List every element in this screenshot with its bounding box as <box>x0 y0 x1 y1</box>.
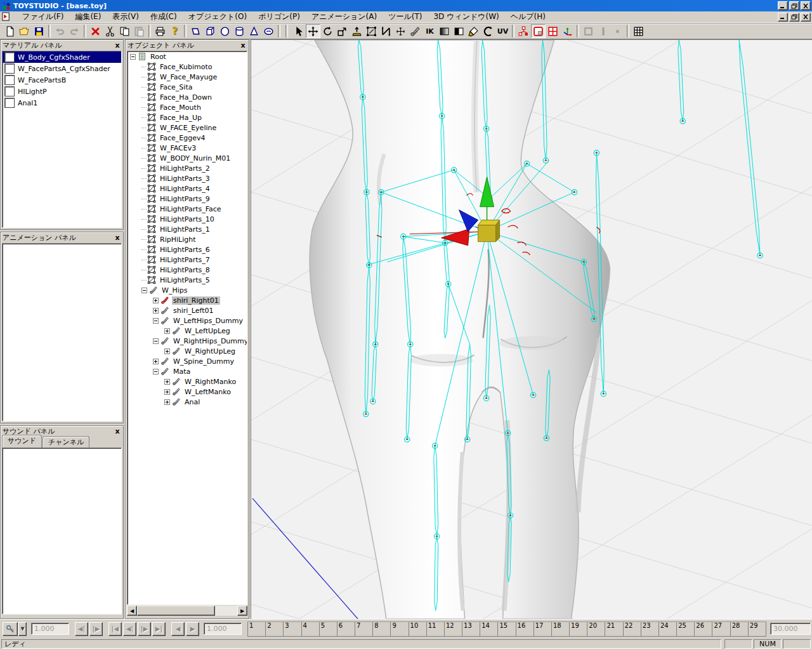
menu-item[interactable]: アニメーション(A) <box>306 10 383 23</box>
tree-item-label[interactable]: W_Spine_Dummy <box>172 357 235 366</box>
material-item[interactable]: W_Body_CgfxShader <box>3 51 121 63</box>
frame-cell[interactable]: 3 <box>284 622 301 636</box>
tree-row[interactable]: HiLightParts_9 <box>128 194 247 204</box>
box-display-button[interactable] <box>531 24 546 38</box>
frame-cell[interactable]: 9 <box>391 622 409 636</box>
tree-row[interactable]: W_FACEv3 <box>128 143 247 153</box>
frame-cell[interactable]: 14 <box>480 622 498 636</box>
tree-item-label[interactable]: shiri_Left01 <box>172 307 215 315</box>
scrollbar-track[interactable] <box>137 606 237 616</box>
tree-item-label[interactable]: Root <box>149 53 167 61</box>
sound-panel-body[interactable] <box>2 448 122 614</box>
tree-item-label[interactable]: Face_Kubimoto <box>159 63 214 71</box>
tree-row[interactable]: Face_Kubimoto <box>128 62 247 72</box>
new-file-button[interactable] <box>3 24 17 38</box>
material-item[interactable]: W_FacePartsB <box>3 74 121 86</box>
mirror-tool-button[interactable] <box>481 24 495 38</box>
copy-button[interactable] <box>117 24 132 38</box>
tree-row[interactable]: HiLightParts_3 <box>128 173 247 183</box>
collapse-icon[interactable] <box>153 369 159 375</box>
expand-icon[interactable] <box>153 298 159 303</box>
menu-item[interactable]: ファイル(F) <box>16 10 69 23</box>
frame-cell[interactable]: 22 <box>624 622 641 636</box>
tree-item-label[interactable]: HiLightParts_3 <box>159 175 211 183</box>
edge-tool-button[interactable] <box>379 24 393 38</box>
frame-cell[interactable]: 24 <box>659 622 677 636</box>
end-frame-field[interactable]: 30.000 <box>770 623 811 635</box>
tree-row[interactable]: W_RightManko <box>128 376 247 387</box>
primitive-plane-button[interactable] <box>188 24 203 38</box>
tree-row[interactable]: Face_Ha_Down <box>128 92 247 102</box>
primitive-cube-button[interactable] <box>203 24 218 38</box>
tree-row[interactable]: HiLightParts_8 <box>128 265 247 275</box>
tree-item-label[interactable]: Face_Ha_Down <box>159 93 213 102</box>
object-panel-close-button[interactable]: x <box>239 41 247 50</box>
primitive-sphere-button[interactable] <box>218 24 232 38</box>
expand-icon[interactable] <box>164 328 170 334</box>
primitive-cone-button[interactable] <box>247 24 261 38</box>
frame-cell[interactable]: 5 <box>320 622 337 636</box>
tree-item-label[interactable]: W_LeftManko <box>183 388 232 396</box>
material-visibility-checkbox[interactable] <box>5 87 14 96</box>
print-button[interactable] <box>153 24 167 38</box>
frame-cell[interactable]: 28 <box>731 622 749 636</box>
tree-item-label[interactable]: HiLightParts_9 <box>159 195 211 203</box>
minimize-button[interactable] <box>778 1 788 10</box>
material-item[interactable]: W_FacePartsA_CgfxShader <box>3 63 121 74</box>
mask-tool-button[interactable] <box>452 24 466 38</box>
tree-row[interactable]: W_RightHips_Dummy <box>128 336 247 346</box>
grid-display-button[interactable] <box>546 24 560 38</box>
tree-item-label[interactable]: HiLightParts_1 <box>159 225 211 234</box>
frame-cell[interactable]: 12 <box>445 622 462 636</box>
tree-row[interactable]: HiLightParts_Face <box>128 204 247 214</box>
material-visibility-checkbox[interactable] <box>5 98 14 107</box>
tree-item-label[interactable]: Anal <box>183 398 201 406</box>
tree-item-label[interactable]: HiLightParts_2 <box>159 164 211 173</box>
move-tool-button[interactable] <box>306 24 320 38</box>
tree-row[interactable]: Mata <box>128 366 247 376</box>
tree-row[interactable]: RipHiLight <box>128 234 247 244</box>
tree-row[interactable]: W_Spine_Dummy <box>128 356 247 366</box>
collapse-icon[interactable] <box>130 54 136 60</box>
menu-item[interactable]: 3D ウィンドウ(W) <box>428 10 504 23</box>
frame-cell[interactable]: 18 <box>552 622 570 636</box>
tree-row[interactable]: Face_Mouth <box>128 102 247 112</box>
tree-row[interactable]: HiLightParts_4 <box>128 183 247 194</box>
bone-display-button[interactable] <box>516 24 531 38</box>
table-view-button[interactable] <box>631 24 646 38</box>
tree-row[interactable]: shiri_Right01 <box>128 295 247 305</box>
keyframe-dropdown-button[interactable]: ▼ <box>18 622 27 636</box>
material-visibility-checkbox[interactable] <box>5 64 14 73</box>
tree-row[interactable]: W_FACE_Eyeline <box>128 123 247 133</box>
tree-item-label[interactable]: HiLightParts_Face <box>159 205 223 213</box>
collapse-icon[interactable] <box>153 338 159 344</box>
expand-icon[interactable] <box>153 308 159 314</box>
tree-row[interactable]: HiLightParts_1 <box>128 224 247 234</box>
animation-panel-close-button[interactable]: x <box>114 234 121 242</box>
frame-cell[interactable]: 17 <box>534 622 552 636</box>
tree-row[interactable]: HiLightParts_6 <box>128 244 247 255</box>
material-panel-close-button[interactable]: x <box>114 41 121 50</box>
frame-cell[interactable]: 25 <box>677 622 695 636</box>
help-button[interactable]: ? <box>167 24 182 38</box>
frame-cell[interactable]: 16 <box>516 622 534 636</box>
material-item[interactable]: HILightP <box>3 86 121 97</box>
axis-display-button[interactable] <box>560 24 575 38</box>
step-key-back-button[interactable]: ◀| <box>75 622 88 636</box>
tree-row[interactable]: W_RightUpLeg <box>128 346 247 356</box>
tree-item-label[interactable]: W_Face_Mayuge <box>159 73 218 81</box>
tree-row[interactable]: HiLightParts_5 <box>128 275 247 285</box>
frame-back-button[interactable]: ◀| <box>123 622 136 636</box>
tree-item-label[interactable]: W_RightUpLeg <box>183 347 237 355</box>
material-item[interactable]: Anal1 <box>3 97 121 109</box>
tree-row[interactable]: HiLightParts_7 <box>128 255 247 265</box>
snap-tool-button[interactable] <box>393 24 408 38</box>
frame-cell[interactable]: 1 <box>248 622 266 636</box>
restore-button[interactable] <box>789 1 799 10</box>
frame-cell[interactable]: 2 <box>266 622 284 636</box>
step-key-forward-button[interactable]: |▶ <box>89 622 103 636</box>
tree-row[interactable]: Anal <box>128 397 247 407</box>
tree-row[interactable]: W_BODY_Nurin_M01 <box>128 153 247 163</box>
menu-item[interactable]: オブジェクト(O) <box>183 10 253 23</box>
tree-item-label[interactable]: HiLightParts_5 <box>159 276 211 284</box>
